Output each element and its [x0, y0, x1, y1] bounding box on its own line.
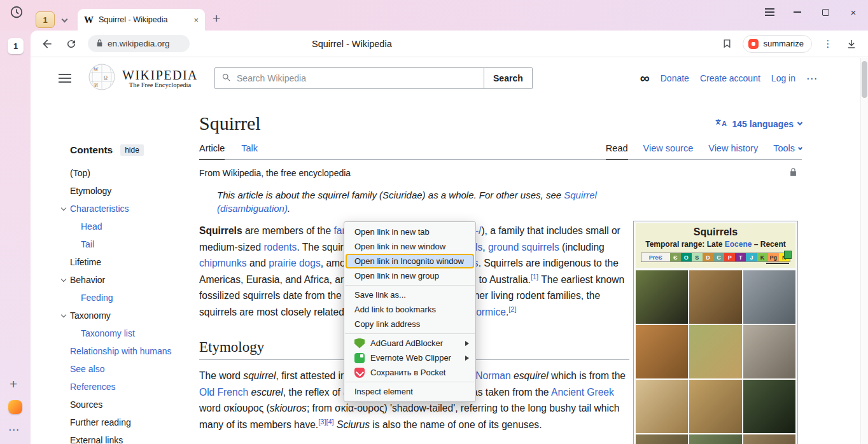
chevron-down-icon[interactable]	[61, 205, 66, 211]
timeline-segment-pre[interactable]: PreЄ	[641, 253, 670, 261]
scrollbar[interactable]	[860, 58, 868, 444]
toc-item-characteristics[interactable]: Characteristics	[61, 200, 195, 218]
languages-button[interactable]: A 145 languages	[715, 118, 802, 134]
adguard-shield-icon	[354, 338, 365, 349]
squirrel-photo-10[interactable]	[636, 434, 688, 444]
toc-item-top[interactable]: (Top)	[61, 164, 195, 182]
search-button[interactable]: Search	[484, 67, 533, 89]
toc-item-lifetime[interactable]: Lifetime	[61, 253, 195, 271]
toc-item-see-also[interactable]: See also	[61, 360, 195, 378]
timeline-segment-j[interactable]: J	[746, 253, 757, 261]
timeline-segment-p[interactable]: P	[724, 253, 735, 261]
squirrel-photo-7[interactable]	[636, 380, 688, 433]
tab-tools[interactable]: Tools	[773, 139, 802, 159]
timeline-segment-c[interactable]: C	[713, 253, 724, 261]
toc-item-behavior[interactable]: Behavior	[61, 271, 195, 289]
search-input[interactable]	[235, 73, 477, 84]
toc-item-tail[interactable]: Tail	[61, 235, 195, 253]
search-box[interactable]	[214, 67, 484, 89]
squirrel-photo-6[interactable]	[743, 325, 795, 378]
squirrel-photo-3[interactable]	[743, 270, 795, 324]
toc-item-etymology[interactable]: Etymology	[61, 182, 195, 200]
timeline-segment-d[interactable]: D	[703, 253, 713, 261]
menu-separator	[345, 333, 475, 334]
menu-item-inspect-element[interactable]: Inspect element	[344, 384, 475, 399]
timeline-segment-k[interactable]: K	[757, 253, 768, 261]
tab-close-icon[interactable]: ×	[193, 15, 199, 25]
menu-item-add-link-to-bookmarks[interactable]: Add link to bookmarks	[344, 302, 475, 317]
scrollbar-thumb[interactable]	[862, 61, 867, 98]
menu-item-copy-link-address[interactable]: Copy link address	[344, 317, 475, 331]
header-more-icon[interactable]: ⋯	[806, 72, 817, 85]
tab-group-chip[interactable]: 1	[36, 11, 55, 28]
squirrel-photo-1[interactable]	[636, 270, 688, 324]
tab-article[interactable]: Article	[199, 139, 225, 160]
wikipedia-wordmark[interactable]: WIKIPEDIA The Free Encyclopedia	[122, 69, 198, 88]
back-button[interactable]	[39, 36, 55, 52]
create-account-link[interactable]: Create account	[700, 73, 760, 83]
menu-item-open-link-incognito-window[interactable]: Open link in Incognito window	[346, 254, 474, 268]
tab-talk[interactable]: Talk	[241, 139, 258, 159]
menu-item-evernote-web-clipper[interactable]: Evernote Web Clipper	[344, 350, 475, 365]
new-tab-button[interactable]: +	[213, 11, 220, 26]
chevron-down-icon[interactable]	[61, 312, 66, 317]
squirrel-photo-4[interactable]	[636, 325, 688, 378]
tab-group-chevron-icon[interactable]	[62, 17, 68, 23]
donate-link[interactable]: Donate	[661, 73, 689, 83]
toc-item-further-reading[interactable]: Further reading	[61, 413, 195, 431]
menu-item-adguard-adblocker[interactable]: AdGuard AdBlocker	[344, 336, 475, 350]
tab-read[interactable]: Read	[606, 139, 628, 160]
menu-separator	[345, 285, 475, 286]
yandex-browser-icon[interactable]	[8, 400, 22, 414]
downloads-icon[interactable]	[844, 36, 859, 52]
toc-item-taxonomy-list[interactable]: Taxonomy list	[61, 324, 195, 342]
timeline-segment-t[interactable]: T	[735, 253, 746, 261]
menu-item-open-link-new-tab[interactable]: Open link in new tab	[344, 225, 475, 239]
timeline-segment-1[interactable]: Є	[670, 253, 681, 261]
infinity-icon[interactable]: ∞	[640, 73, 650, 84]
more-options-icon[interactable]: ⋮	[820, 36, 836, 52]
page-protection-lock-icon[interactable]	[788, 167, 798, 179]
toc-item-head[interactable]: Head	[61, 218, 195, 235]
wikipedia-globe-logo[interactable]: W Ω И	[88, 63, 116, 94]
timeline-segment-o[interactable]: O	[681, 253, 692, 261]
toc-item-taxonomy[interactable]: Taxonomy	[61, 307, 195, 324]
address-bar[interactable]: en.wikipedia.org	[88, 35, 190, 52]
browser-menu-icon[interactable]	[763, 6, 776, 18]
toc-hide-button[interactable]: hide	[120, 144, 144, 156]
sidebar-add-icon[interactable]: +	[10, 377, 17, 392]
squirrel-photo-9[interactable]	[743, 380, 795, 433]
bookmark-icon[interactable]	[719, 36, 734, 52]
menu-item-open-link-new-window[interactable]: Open link in new window	[344, 239, 475, 254]
menu-item-save-link-as[interactable]: Save link as...	[344, 288, 475, 302]
timeline-segment-pg[interactable]: Pg	[768, 253, 779, 261]
maximize-button[interactable]	[819, 6, 832, 18]
squirrel-photo-8[interactable]	[689, 380, 741, 433]
toc-item-references[interactable]: References	[61, 378, 195, 396]
toc-item-external-links[interactable]: External links	[61, 431, 195, 444]
tab-view-history[interactable]: View history	[708, 139, 758, 159]
squirrel-photo-11[interactable]	[689, 434, 741, 444]
close-window-button[interactable]: ×	[847, 6, 860, 18]
squirrel-photo-5[interactable]	[689, 325, 741, 378]
toc-item-relationship-with-humans[interactable]: Relationship with humans	[61, 342, 195, 360]
submenu-arrow-icon	[465, 356, 469, 361]
summarize-button[interactable]: summarize	[743, 35, 812, 53]
tab-view-source[interactable]: View source	[643, 139, 694, 159]
chevron-down-icon[interactable]	[61, 277, 66, 282]
squirrel-photo-2[interactable]	[689, 270, 741, 324]
reload-button[interactable]	[64, 36, 79, 52]
main-menu-icon[interactable]	[59, 74, 71, 83]
minimize-button[interactable]	[791, 6, 804, 18]
sidebar-tab-counter[interactable]: 1	[8, 38, 24, 54]
squirrel-photo-12[interactable]	[743, 434, 795, 444]
toc-item-sources[interactable]: Sources	[61, 396, 195, 413]
menu-item-open-link-new-group[interactable]: Open link in new group	[344, 268, 475, 283]
log-in-link[interactable]: Log in	[771, 73, 795, 83]
browser-tab[interactable]: W Squirrel - Wikipedia ×	[78, 9, 205, 31]
menu-item-save-to-pocket[interactable]: Сохранить в Pocket	[344, 365, 475, 380]
history-clock-icon[interactable]	[10, 5, 24, 19]
timeline-segment-s[interactable]: S	[692, 253, 703, 261]
sidebar-more-icon[interactable]: ⋯	[8, 423, 20, 436]
toc-item-feeding[interactable]: Feeding	[61, 289, 195, 307]
